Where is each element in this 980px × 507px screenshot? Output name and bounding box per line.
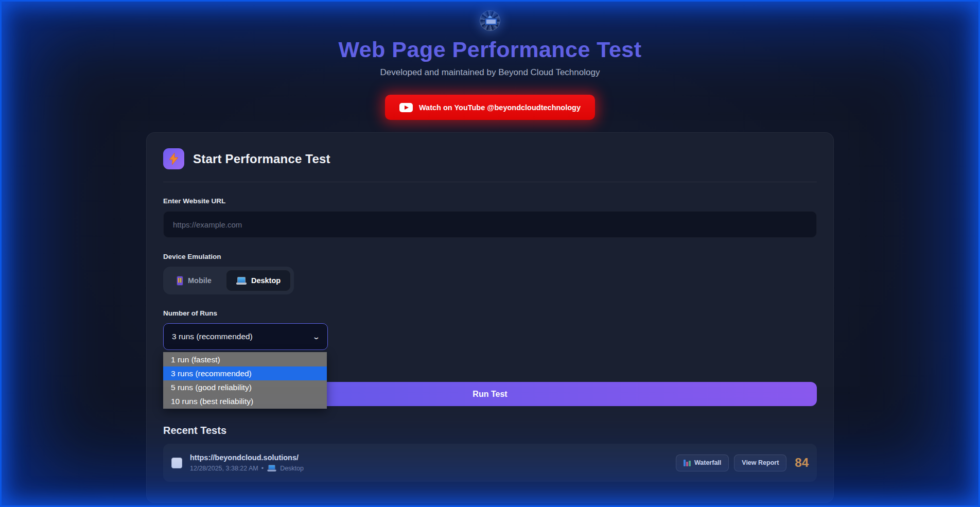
laptop-icon: [236, 277, 247, 285]
laptop-icon: [268, 465, 276, 471]
recent-tests-heading: Recent Tests: [163, 425, 817, 436]
runs-option-3[interactable]: 3 runs (recommended): [163, 366, 327, 380]
view-report-button[interactable]: View Report: [734, 454, 786, 471]
test-row-checkbox[interactable]: [171, 458, 182, 468]
chevron-down-icon: ⌄: [312, 333, 320, 341]
runs-select-value: 3 runs (recommended): [172, 332, 253, 341]
device-button-desktop[interactable]: Desktop: [226, 270, 291, 291]
runs-select-wrap: 3 runs (recommended) ⌄ 1 run (fastest) 3…: [163, 323, 328, 350]
device-button-desktop-label: Desktop: [251, 276, 281, 285]
meta-separator: •: [261, 465, 264, 472]
lightning-icon: [163, 148, 184, 169]
device-button-mobile[interactable]: Mobile: [166, 270, 222, 291]
test-timestamp: 12/28/2025, 3:38:22 AM: [190, 465, 258, 472]
test-info: https://beyondcloud.solutions/ 12/28/202…: [190, 453, 304, 472]
runs-select[interactable]: 3 runs (recommended) ⌄: [163, 323, 328, 350]
site-logo-icon: [480, 10, 500, 31]
bar-chart-icon: [684, 460, 691, 466]
runs-options-panel: 1 run (fastest) 3 runs (recommended) 5 r…: [163, 352, 327, 409]
performance-score-badge: 84: [795, 456, 809, 470]
runs-label: Number of Runs: [163, 309, 817, 317]
youtube-button-label: Watch on YouTube @beyondcloudtechnology: [419, 103, 581, 112]
device-emulation-label: Device Emulation: [163, 253, 817, 260]
test-url: https://beyondcloud.solutions/: [190, 453, 304, 462]
performance-test-card: Start Performance Test Enter Website URL…: [146, 132, 834, 503]
runs-option-5[interactable]: 5 runs (good reliability): [163, 380, 327, 394]
card-header: Start Performance Test: [163, 148, 817, 169]
smartphone-icon: [177, 276, 183, 286]
page-header: Web Page Performance Test Developed and …: [0, 0, 980, 120]
runs-option-1[interactable]: 1 run (fastest): [163, 353, 327, 366]
youtube-button[interactable]: Watch on YouTube @beyondcloudtechnology: [385, 95, 595, 120]
card-title: Start Performance Test: [193, 152, 330, 166]
page-title: Web Page Performance Test: [0, 37, 980, 62]
test-device: Desktop: [280, 465, 304, 472]
website-url-input[interactable]: [163, 211, 817, 238]
device-toggle-group: Mobile Desktop: [163, 267, 294, 294]
recent-test-row: https://beyondcloud.solutions/ 12/28/202…: [163, 444, 817, 482]
runs-option-10[interactable]: 10 runs (best reliability): [163, 394, 327, 408]
youtube-play-icon: [399, 103, 413, 112]
device-button-mobile-label: Mobile: [188, 276, 212, 285]
waterfall-button-label: Waterfall: [694, 459, 721, 466]
page-subtitle: Developed and maintained by Beyond Cloud…: [0, 67, 980, 78]
test-meta: 12/28/2025, 3:38:22 AM • Desktop: [190, 464, 304, 472]
divider: [163, 182, 817, 182]
view-report-button-label: View Report: [742, 459, 779, 466]
youtube-button-row: Watch on YouTube @beyondcloudtechnology: [0, 95, 980, 120]
waterfall-button[interactable]: Waterfall: [676, 454, 729, 471]
url-label: Enter Website URL: [163, 197, 817, 205]
